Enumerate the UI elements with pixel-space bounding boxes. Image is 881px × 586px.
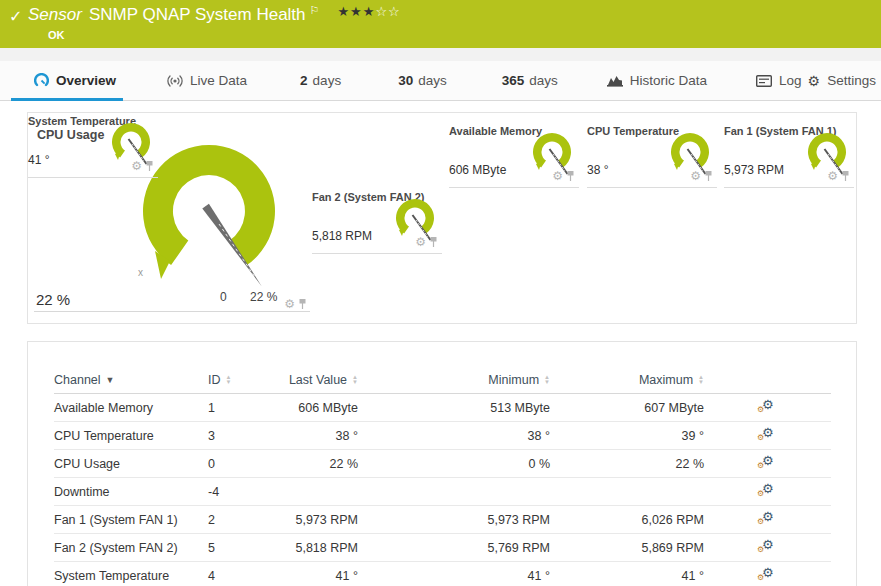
cell-id: 1 <box>208 401 260 415</box>
gear-icon[interactable]: ⚙ <box>415 235 426 249</box>
tab-icon <box>34 73 49 88</box>
channel-settings-icon[interactable]: ⚙⚙ <box>756 453 776 471</box>
cell-maximum: 22 % <box>550 457 704 471</box>
mini-gauge-panel-fan-1[interactable]: Fan 1 (System FAN 1) 5,973 RPM ⚙ <box>724 123 854 188</box>
tab-label: Overview <box>56 73 116 88</box>
tab-label: Historic Data <box>630 73 707 88</box>
table-row[interactable]: Downtime -4 ⚙⚙ <box>54 478 831 506</box>
table-row[interactable]: CPU Temperature 3 38 ° 38 ° 39 ° ⚙⚙ <box>54 422 831 450</box>
mini-gauge-panel-cpu-temperature[interactable]: CPU Temperature 38 ° ⚙ <box>587 123 717 188</box>
channel-settings-icon[interactable]: ⚙⚙ <box>756 481 776 499</box>
column-header-minimum[interactable]: Minimum▲▼ <box>358 373 550 387</box>
star-empty-icon[interactable]: ☆ <box>375 4 388 19</box>
sort-arrows-icon: ▲▼ <box>226 375 232 385</box>
table-row[interactable]: Fan 1 (System FAN 1) 2 5,973 RPM 5,973 R… <box>54 506 831 534</box>
table-row[interactable]: Available Memory 1 606 MByte 513 MByte 6… <box>54 394 831 422</box>
tab-label: Log <box>779 73 802 88</box>
gear-icon[interactable]: ⚙ <box>690 169 701 183</box>
tab-365-days[interactable]: 365 days <box>499 61 561 100</box>
object-kind-label: Sensor <box>28 5 82 24</box>
mini-gauge-title: CPU Temperature <box>587 125 679 137</box>
mini-gauge-panel-system-temperature[interactable]: System Temperature 41 ° ⚙ <box>28 113 158 178</box>
mini-gauge-value: 38 ° <box>587 163 608 177</box>
priority-stars[interactable]: ★★★☆☆ <box>337 4 400 19</box>
flag-icon[interactable]: ⚐ <box>310 4 320 16</box>
cell-minimum: 5,769 RPM <box>358 541 550 555</box>
table-row[interactable]: Fan 2 (System FAN 2) 5 5,818 RPM 5,769 R… <box>54 534 831 562</box>
cell-minimum: 41 ° <box>358 569 550 583</box>
tab-icon: ⚙ <box>808 73 821 89</box>
sensor-title: SNMP QNAP System Health <box>89 5 306 24</box>
cell-last-value: 41 ° <box>260 569 358 583</box>
mini-gauge-panel-fan-2[interactable]: Fan 2 (System FAN 2) 5,818 RPM ⚙ <box>312 189 442 254</box>
tab-historic-data[interactable]: Historic Data <box>604 61 710 100</box>
mini-gauges-grid: Available Memory 606 MByte ⚙ CPU Tempera… <box>28 113 856 323</box>
cell-last-value: 606 MByte <box>260 401 358 415</box>
star-filled-icon[interactable]: ★ <box>350 4 363 19</box>
sensor-status-text: OK <box>48 29 65 41</box>
table-row[interactable]: System Temperature 4 41 ° 41 ° 41 ° ⚙⚙ <box>54 562 831 586</box>
cell-id: 5 <box>208 541 260 555</box>
pin-icon[interactable] <box>566 170 575 182</box>
cell-id: 3 <box>208 429 260 443</box>
cell-minimum: 5,973 RPM <box>358 513 550 527</box>
mini-gauge-panel-available-memory[interactable]: Available Memory 606 MByte ⚙ <box>449 123 579 188</box>
cell-last-value: 22 % <box>260 457 358 471</box>
tab-label: days <box>529 73 558 88</box>
star-filled-icon[interactable]: ★ <box>337 4 350 19</box>
tab-30-days[interactable]: 30 days <box>395 61 450 100</box>
table-row[interactable]: CPU Usage 0 22 % 0 % 22 % ⚙⚙ <box>54 450 831 478</box>
channel-settings-icon[interactable]: ⚙⚙ <box>756 565 776 583</box>
gear-icon[interactable]: ⚙ <box>827 169 838 183</box>
channel-settings-icon[interactable]: ⚙⚙ <box>756 397 776 415</box>
cell-channel: Fan 1 (System FAN 1) <box>54 513 208 527</box>
column-header-maximum[interactable]: Maximum▲▼ <box>550 373 704 387</box>
mini-gauge-value: 5,818 RPM <box>312 229 372 243</box>
tab-label: days <box>418 73 447 88</box>
star-empty-icon[interactable]: ☆ <box>388 4 401 19</box>
pin-icon[interactable] <box>841 170 850 182</box>
cell-maximum: 607 MByte <box>550 401 704 415</box>
cell-id: -4 <box>208 485 260 499</box>
tab-live-data[interactable]: Live Data <box>164 61 250 100</box>
pin-icon[interactable] <box>429 236 438 248</box>
column-header-channel[interactable]: Channel▼ <box>54 373 115 387</box>
tab-number: 2 <box>300 73 308 88</box>
sort-arrows-icon: ▲▼ <box>698 375 704 385</box>
cell-channel: System Temperature <box>54 569 208 583</box>
cell-last-value: 5,973 RPM <box>260 513 358 527</box>
tab-log[interactable]: Log <box>753 61 805 100</box>
pin-icon[interactable] <box>145 160 154 172</box>
column-header-id[interactable]: ID▲▼ <box>208 373 231 387</box>
channel-settings-icon[interactable]: ⚙⚙ <box>756 537 776 555</box>
column-header-last-value[interactable]: Last Value▲▼ <box>260 373 358 387</box>
cell-minimum: 0 % <box>358 457 550 471</box>
cell-id: 0 <box>208 457 260 471</box>
cell-id: 2 <box>208 513 260 527</box>
cell-id: 4 <box>208 569 260 583</box>
star-filled-icon[interactable]: ★ <box>363 4 376 19</box>
cell-channel: CPU Usage <box>54 457 208 471</box>
tab-icon <box>756 75 772 87</box>
status-ok-check-icon: ✓ <box>9 7 22 26</box>
cell-minimum: 38 ° <box>358 429 550 443</box>
tab-2-days[interactable]: 2 days <box>297 61 344 100</box>
channel-settings-icon[interactable]: ⚙⚙ <box>756 509 776 527</box>
cell-maximum: 39 ° <box>550 429 704 443</box>
channel-settings-icon[interactable]: ⚙⚙ <box>756 425 776 443</box>
mini-gauge-value: 41 ° <box>28 153 49 167</box>
tab-label: days <box>313 73 342 88</box>
tab-overview[interactable]: Overview <box>31 61 119 100</box>
cell-last-value: 38 ° <box>260 429 358 443</box>
channels-table: Channel▼ ID▲▼ Last Value▲▼ Minimum▲▼ Max… <box>54 366 831 586</box>
gear-icon[interactable]: ⚙ <box>131 159 142 173</box>
header-divider <box>0 48 881 61</box>
tab-number: 30 <box>398 73 413 88</box>
pin-icon[interactable] <box>704 170 713 182</box>
cell-channel: CPU Temperature <box>54 429 208 443</box>
channels-table-panel: Channel▼ ID▲▼ Last Value▲▼ Minimum▲▼ Max… <box>27 341 857 586</box>
cell-maximum: 6,026 RPM <box>550 513 704 527</box>
tab-settings[interactable]: ⚙ Settings <box>805 61 879 100</box>
gear-icon[interactable]: ⚙ <box>552 169 563 183</box>
cell-maximum: 41 ° <box>550 569 704 583</box>
